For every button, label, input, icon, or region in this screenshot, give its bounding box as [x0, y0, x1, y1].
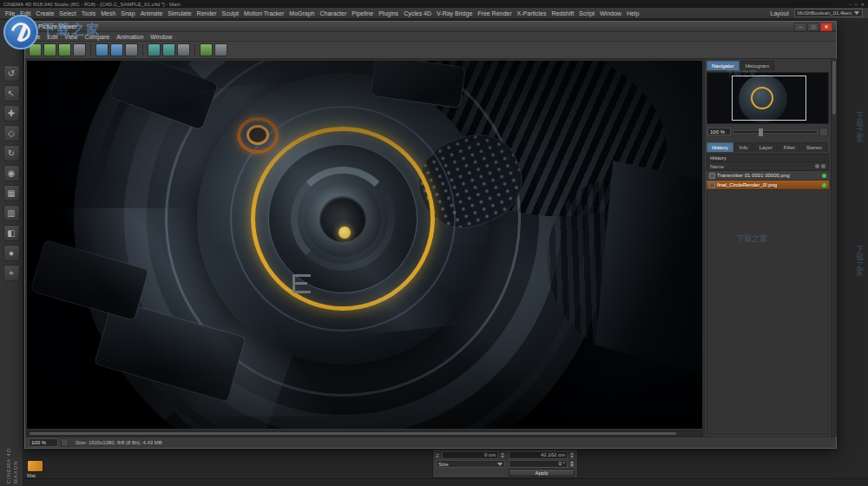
tab-info[interactable]: Info	[734, 142, 753, 152]
menu-animate[interactable]: Animate	[141, 10, 163, 16]
menu-sculpt[interactable]: Sculpt	[222, 10, 239, 16]
step-down-icon[interactable]	[501, 456, 504, 458]
step-up-icon[interactable]	[570, 452, 574, 455]
zoom-100-icon[interactable]	[125, 43, 138, 56]
navigator-zoom-value[interactable]: 100 %	[707, 128, 731, 135]
render-canvas[interactable]	[27, 61, 702, 429]
pv-restore-button[interactable]: □	[807, 23, 819, 31]
settings-icon[interactable]	[214, 43, 227, 56]
history-tab-strip: History Info Layer Filter Stereo	[705, 141, 831, 152]
menu-snap[interactable]: Snap	[121, 10, 135, 16]
horizontal-scrollbar-thumb[interactable]	[30, 432, 676, 435]
compare-ab-icon[interactable]	[148, 43, 161, 56]
material-manager-button[interactable]: ●	[3, 245, 20, 261]
pv-minimize-button[interactable]: –	[794, 23, 806, 31]
menu-render[interactable]: Render	[197, 10, 217, 16]
menu-create[interactable]: Create	[36, 10, 54, 16]
zoom-reset-button[interactable]	[819, 128, 828, 136]
histogram-icon[interactable]	[200, 43, 213, 56]
swap-ab-icon[interactable]	[162, 43, 175, 56]
save-all-icon[interactable]	[58, 43, 71, 56]
angle-input[interactable]: 0 °	[509, 460, 568, 468]
tab-stereo[interactable]: Stereo	[801, 142, 827, 152]
menu-pipeline[interactable]: Pipeline	[352, 10, 373, 16]
menu-character[interactable]: Character	[320, 10, 347, 16]
viewport-layout-button[interactable]: ▦	[3, 185, 20, 201]
render-view-button[interactable]: ▥	[3, 205, 20, 221]
material-swatch[interactable]	[27, 460, 43, 472]
history-row-selected[interactable]: final_CircleRender_0!.png	[707, 181, 829, 190]
zoom-fit-icon[interactable]	[110, 43, 123, 56]
play-icon[interactable]	[177, 43, 190, 56]
menu-vray-bridge[interactable]: V-Ray Bridge	[437, 10, 472, 16]
coordinates-manager-button[interactable]: ⌖	[3, 265, 20, 281]
menu-simulate[interactable]: Simulate	[168, 10, 191, 16]
move-tool-button[interactable]: ✚	[3, 105, 20, 122]
menu-free-render[interactable]: Free Render	[477, 10, 511, 16]
z-position-input[interactable]: 0 cm	[442, 451, 498, 459]
pv-menu-animation[interactable]: Animation	[116, 34, 143, 40]
copy-icon[interactable]	[73, 43, 86, 56]
menu-x-particles[interactable]: X-Particles	[517, 10, 547, 16]
menu-mesh[interactable]: Mesh	[101, 10, 115, 16]
size-stepper[interactable]	[569, 451, 575, 459]
zoom-slider-thumb[interactable]	[759, 128, 763, 136]
navigator-thumbnail[interactable]	[707, 72, 829, 124]
scale-tool-button[interactable]: ◇	[3, 125, 20, 141]
tab-layer[interactable]: Layer	[754, 142, 778, 152]
history-section-label: History	[707, 154, 829, 162]
horizontal-scrollbar[interactable]	[27, 430, 702, 437]
navigator-zoom-slider[interactable]	[733, 130, 818, 134]
pv-zoom-dropdown-button[interactable]	[61, 438, 69, 447]
vertical-scrollbar-thumb[interactable]	[832, 61, 836, 115]
menu-select[interactable]: Select	[59, 10, 76, 16]
vertical-scrollbar[interactable]	[831, 59, 837, 437]
menu-mograph[interactable]: MoGraph	[289, 10, 314, 16]
history-row[interactable]: Transmitter 01 0001 00000.png	[707, 171, 829, 181]
history-list-header: Name	[707, 162, 829, 171]
picture-viewer-titlebar[interactable]: Picture Viewer – □ ✕	[25, 22, 836, 32]
menu-motion-tracker[interactable]: Motion Tracker	[244, 10, 284, 16]
layout-dropdown[interactable]: MoShBoolean_01.4ken	[794, 9, 863, 17]
tab-history[interactable]: History	[707, 142, 733, 152]
step-up-icon[interactable]	[570, 461, 574, 463]
full-image-icon[interactable]	[95, 43, 108, 56]
render-status-dot	[822, 183, 826, 187]
menu-plugins[interactable]: Plugins	[378, 10, 398, 16]
rotate-tool-button[interactable]: ↻	[3, 145, 20, 161]
render-settings-button[interactable]: ◧	[3, 225, 20, 241]
last-tool-button[interactable]: ◉	[3, 165, 20, 181]
step-down-icon[interactable]	[570, 464, 574, 467]
render-e-mark	[295, 274, 311, 277]
angle-stepper[interactable]	[569, 460, 575, 468]
menu-redshift[interactable]: Redshift	[551, 10, 574, 16]
menu-window[interactable]: Window	[600, 10, 621, 16]
save-icon[interactable]	[43, 43, 56, 56]
live-selection-tool-button[interactable]: ↖	[3, 85, 20, 102]
pv-close-button[interactable]: ✕	[820, 23, 832, 31]
navigator-view-rectangle[interactable]	[732, 76, 806, 121]
left-tool-palette: ↺ ↖ ✚ ◇ ↻ ◉ ▦ ▥ ◧ ● ⌖	[0, 20, 23, 486]
pv-zoom-field[interactable]: 100 %	[29, 438, 58, 447]
minimize-icon[interactable]: –	[849, 2, 852, 7]
z-position-stepper[interactable]	[500, 451, 505, 459]
undo-tool-button[interactable]: ↺	[3, 65, 20, 82]
watermark-logo	[3, 15, 38, 49]
step-up-icon[interactable]	[501, 452, 504, 455]
mode-dropdown-value: Size	[438, 462, 449, 467]
step-down-icon[interactable]	[570, 456, 574, 458]
pv-menu-window[interactable]: Window	[150, 34, 172, 40]
menu-script[interactable]: Script	[579, 10, 595, 16]
coordinates-panel: Z 0 cm 42.162 cm Size 0 ° Apply	[432, 449, 578, 478]
size-input[interactable]: 42.162 cm	[509, 451, 568, 459]
menu-help[interactable]: Help	[627, 10, 639, 16]
mode-dropdown[interactable]: Size	[436, 460, 505, 468]
render-e-mark	[295, 291, 311, 293]
angle-field-group: 0 °	[509, 460, 575, 468]
tab-filter[interactable]: Filter	[779, 142, 800, 152]
close-icon[interactable]: ✕	[861, 2, 865, 7]
maximize-icon[interactable]: □	[855, 2, 858, 7]
menu-cycles-4d[interactable]: Cycles 4D	[404, 10, 431, 16]
apply-button[interactable]: Apply	[509, 469, 575, 476]
menu-tools[interactable]: Tools	[82, 10, 95, 16]
